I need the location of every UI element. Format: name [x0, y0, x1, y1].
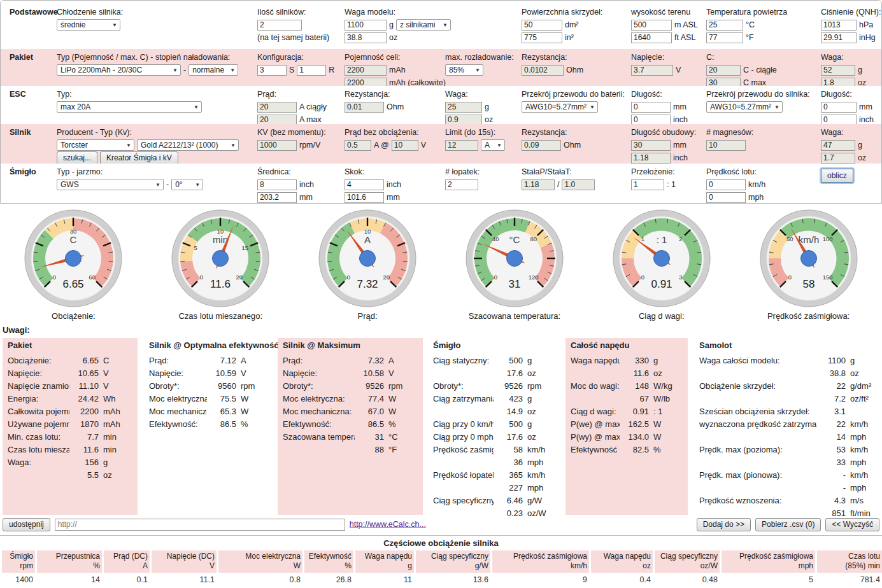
prop-kv-wizard-button[interactable]: Kreator Śmigła i kV: [100, 151, 178, 165]
download-csv-button[interactable]: Pobierz .csv (0): [755, 518, 821, 531]
stat-label: Prąd:: [149, 356, 207, 365]
battery-wire-gauge-select[interactable]: AWG10=5.27mm²▼: [522, 101, 598, 113]
stat-value: -: [816, 470, 846, 480]
stat-row: 11.6oz: [571, 367, 683, 379]
search-motor-button[interactable]: szukaj...: [57, 151, 97, 165]
pitch-inch-input[interactable]: [345, 179, 384, 190]
air-temp-c-input[interactable]: [706, 20, 743, 31]
stat-row: Używane pojemność:1870mAh: [8, 417, 132, 430]
weight-mode-select[interactable]: z silnikami▼: [396, 19, 451, 31]
diameter-inch-input[interactable]: [257, 179, 297, 190]
gear-ratio-input[interactable]: [631, 179, 664, 190]
stat-value: 156: [69, 458, 99, 467]
model-weight-oz-input[interactable]: [345, 32, 387, 43]
calculate-button[interactable]: oblicz: [821, 169, 853, 183]
form-line: Długość obudowy:: [631, 126, 696, 139]
unit-label: g: [389, 20, 394, 29]
form-line: : 1: [631, 178, 676, 191]
air-temp-f-input[interactable]: [706, 32, 743, 43]
unit-label: R: [329, 66, 334, 74]
stat-unit: km/h: [527, 445, 557, 454]
stat-value: 53: [816, 445, 846, 454]
battery-wire-inch-input[interactable]: [631, 115, 671, 125]
pressure-hpa-input[interactable]: [821, 20, 857, 31]
motor-count-input[interactable]: [257, 20, 302, 31]
svg-text:11.6: 11.6: [210, 278, 231, 290]
motor-cooling-select[interactable]: średnie▼: [57, 19, 120, 31]
wing-area-in-input[interactable]: [522, 32, 562, 43]
motor-wire-gauge-select[interactable]: AWG10=5.27mm²▼: [706, 101, 783, 113]
stat-row: Moc elektryczna:77.4W: [283, 392, 418, 405]
gauge-temperature: 04080120°C31Szacowana temperatura:: [441, 204, 588, 323]
clear-button[interactable]: << Wyczyść: [825, 518, 879, 531]
stat-value: 5.5: [69, 470, 99, 480]
limit-unit-select[interactable]: A▼: [481, 139, 505, 151]
form-line: g: [445, 101, 493, 113]
share-url-input[interactable]: [55, 519, 345, 531]
stat-value: 365: [494, 470, 523, 480]
diameter-mm-input[interactable]: [257, 192, 297, 203]
gauge-caption: Ciąg d wagi:: [588, 311, 735, 321]
remarks-panel--mig-o: ŚmigłoCiąg statyczny:500g17.6ozObroty*:9…: [428, 338, 562, 515]
model-weight-g-input[interactable]: [345, 20, 387, 31]
flight-speed-kmh-input[interactable]: [706, 179, 746, 190]
gauge-caption: Czas lotu mieszanego:: [147, 311, 294, 321]
stat-row: Energia:24.42Wh: [8, 392, 132, 405]
form-line: Przekrój przewodu do silnika:: [706, 88, 810, 101]
form-section-podstawowe: PodstawoweChłodzenie silnika:średnie▼Ilo…: [1, 1, 881, 49]
stat-label: Waga:: [8, 458, 69, 467]
yoke-angle-select[interactable]: 0°▼: [171, 179, 203, 190]
form-line: inch: [631, 151, 696, 164]
flight-speed-mph-input[interactable]: [706, 192, 746, 203]
elevation-ft-input[interactable]: [631, 32, 672, 43]
elevation-m-input[interactable]: [631, 20, 672, 31]
svg-text:150: 150: [822, 274, 832, 281]
form-line: /: [522, 178, 595, 191]
wing-area-dm-input[interactable]: [522, 20, 562, 31]
form-cell: C:C - ciągłeC max: [706, 51, 777, 89]
form-cell: Typ:max 20A▼: [57, 88, 202, 113]
form-line: C:: [706, 51, 777, 64]
stat-row: 33mph: [699, 456, 879, 468]
form-cell: Ciśnienie (QNH):hPainHg: [821, 6, 881, 44]
charge-state-select[interactable]: normalne▼: [188, 64, 238, 76]
form-line: StałaP/StałaT:: [522, 165, 595, 178]
svg-text:80: 80: [530, 235, 537, 242]
battery-wire-mm-input[interactable]: [631, 102, 671, 113]
manufacturer-select[interactable]: Torcster▼: [57, 139, 134, 151]
column-header-name: Przepustnica: [37, 552, 100, 561]
stat-label: Obroty*:: [149, 381, 207, 391]
blade-count-input[interactable]: [445, 179, 478, 190]
form-line: Ciśnienie (QNH):: [821, 6, 881, 18]
stat-label: P(we) @ max:: [571, 419, 620, 429]
stat-unit: g/dm²: [850, 381, 879, 391]
motor-wire-mm-input[interactable]: [821, 102, 857, 113]
prop-type-select[interactable]: GWS▼: [57, 179, 164, 190]
stat-value: 22: [816, 381, 846, 391]
ecalc-link[interactable]: http://www.eCalc.ch...: [350, 520, 426, 529]
pitch-mm-input[interactable]: [345, 192, 384, 203]
column-header-name: Moc elektryczna: [218, 552, 301, 561]
parallel-cells-input[interactable]: [297, 65, 326, 76]
unit-label: V: [421, 141, 426, 150]
field-label: Typ:: [57, 90, 72, 99]
stat-value: 11.6: [620, 368, 649, 378]
series-cells-input[interactable]: [257, 65, 287, 76]
max-discharge-select[interactable]: 85%▼: [445, 64, 483, 76]
field-label: Ilość silników:: [257, 8, 306, 17]
stat-unit: °C: [388, 432, 418, 442]
battery-type-select[interactable]: LiPo 2200mAh - 20/30C▼: [57, 64, 181, 76]
motor-wire-inch-input[interactable]: [821, 115, 857, 125]
add-to-button[interactable]: Dodaj do >>: [697, 518, 751, 531]
field-label: max. rozładowanie:: [445, 53, 514, 62]
stat-label: Efektywność @ max:: [571, 445, 620, 454]
svg-text:15: 15: [242, 244, 249, 251]
esc-type-select[interactable]: max 20A▼: [57, 101, 202, 113]
motor-type-select[interactable]: Gold A2212/13² (1000)▼: [137, 139, 239, 151]
stat-label: Napięcie:: [149, 368, 207, 378]
stat-unit: rpm: [388, 381, 418, 391]
pressure-inhg-input[interactable]: [821, 32, 857, 43]
stat-unit: km/h: [850, 470, 879, 480]
share-button[interactable]: udostępnij: [3, 518, 50, 531]
svg-text:20: 20: [236, 274, 243, 281]
